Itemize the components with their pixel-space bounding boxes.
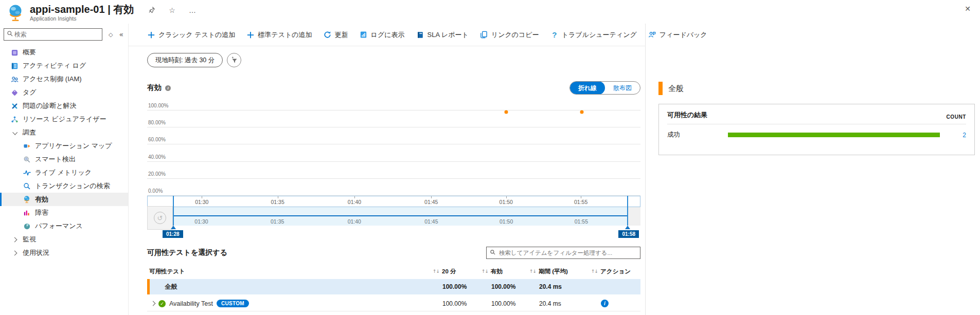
axis-tick-mark <box>506 196 507 198</box>
sidebar-search-box[interactable] <box>4 28 102 41</box>
favorite-star-icon[interactable]: ☆ <box>169 7 175 14</box>
sidebar-group-monitoring[interactable]: 監視 <box>0 233 128 246</box>
refresh-button[interactable]: 更新 <box>324 30 348 40</box>
column-header-duration[interactable]: ↑↓ 期間 (平均) <box>529 268 591 275</box>
sidebar-item-live-metrics[interactable]: ライブ メトリック <box>0 166 128 179</box>
smart-detection-icon <box>23 155 31 163</box>
toolbar-label: ログに表示 <box>371 30 405 40</box>
sla-report-button[interactable]: SLA レポート <box>416 30 469 40</box>
tests-filter-input[interactable] <box>498 249 640 256</box>
sidebar-item-label: 使用状況 <box>23 248 49 257</box>
time-range-pill[interactable]: 現地時刻: 過去 30 分 <box>147 53 223 67</box>
axis-tick-mark <box>202 196 202 198</box>
gridline <box>147 144 640 144</box>
sidebar: ◇ « 概要 アクティビティ ログ アクセス制御 (IAM) <box>0 24 129 315</box>
sidebar-item-smart-detection[interactable]: スマート検出 <box>0 153 128 166</box>
y-tick-label: 80.00% <box>148 120 166 125</box>
data-point-0155 <box>580 110 583 114</box>
range-end-marker[interactable] <box>625 226 630 229</box>
column-header-name[interactable]: 可用性テスト <box>147 268 433 275</box>
column-header-availability[interactable]: ↑↓ 有効 <box>482 268 529 275</box>
toggle-line-option[interactable]: 折れ線 <box>570 81 605 95</box>
sidebar-item-label: パフォーマンス <box>35 221 83 231</box>
collapse-sidebar-icon[interactable]: « <box>119 30 123 39</box>
sidebar-group-investigate[interactable]: 調査 <box>0 126 128 139</box>
count-column-header: COUNT <box>946 114 966 120</box>
chart-title: 有効 <box>147 83 162 92</box>
more-options-icon[interactable]: … <box>189 7 196 14</box>
sidebar-item-performance[interactable]: パフォーマンス <box>0 219 128 233</box>
range-end-handle[interactable] <box>627 196 628 226</box>
table-row-general[interactable]: 全般 100.00% 100.00% 20.4 ms <box>147 279 640 294</box>
row-name-cell: ✓ Availability Test CUSTOM <box>147 300 433 307</box>
app-window: appi-sample-01 | 有効 Application Insights… <box>0 0 980 315</box>
filter-row: 現地時刻: 過去 30 分 <box>147 53 640 67</box>
toolbar-label: リンクのコピー <box>491 30 539 40</box>
add-filter-button[interactable] <box>227 53 241 67</box>
sidebar-item-access-control[interactable]: アクセス制御 (IAM) <box>0 72 128 86</box>
sidebar-item-diagnose-solve[interactable]: 問題の診断と解決 <box>0 99 128 113</box>
sidebar-search-input[interactable] <box>13 30 102 39</box>
sidebar-item-resource-visualizer[interactable]: リソース ビジュアライザー <box>0 113 128 126</box>
tests-filter-box[interactable] <box>486 247 640 259</box>
availability-results-card: 可用性の結果 COUNT 成功 2 <box>658 104 975 155</box>
sidebar-item-label: リソース ビジュアライザー <box>23 115 106 124</box>
sidebar-item-tags[interactable]: タグ <box>0 86 128 99</box>
expand-chevron-icon[interactable] <box>151 301 156 306</box>
axis-tick-label: 01:35 <box>271 199 284 205</box>
reset-zoom-button[interactable]: ↺ <box>147 206 173 230</box>
column-header-20min[interactable]: ↑↓ 20 分 <box>433 268 482 275</box>
troubleshooting-button[interactable]: ? トラブルシューティング <box>550 30 637 40</box>
result-label: 成功 <box>667 131 728 139</box>
sidebar-item-activity-log[interactable]: アクティビティ ログ <box>0 59 128 72</box>
add-classic-test-button[interactable]: クラシック テストの追加 <box>147 30 235 40</box>
sidebar-group-usage[interactable]: 使用状況 <box>0 246 128 260</box>
info-icon[interactable]: i <box>601 300 609 307</box>
y-tick-label: 100.00% <box>148 103 168 108</box>
info-icon[interactable]: i <box>165 85 171 91</box>
tests-title: 可用性テストを選択する <box>147 248 227 257</box>
availability-tests-table: 可用性テスト ↑↓ 20 分 ↑↓ 有効 ↑↓ 期間 (平均) <box>147 264 640 311</box>
toolbar-label: SLA レポート <box>427 30 469 40</box>
diamond-icon[interactable]: ◇ <box>109 31 113 38</box>
main-content: クラシック テストの追加 標準テストの追加 更新 ログに表示 SLA レポート <box>129 24 646 315</box>
overview-icon <box>10 48 19 57</box>
row-duration-value: 20.4 ms <box>529 300 591 307</box>
row-availability-value: 100.00% <box>482 300 529 307</box>
chart-header: 有効 i 折れ線 散布図 <box>147 81 640 95</box>
sidebar-item-label: アクセス制御 (IAM) <box>23 75 82 84</box>
success-check-icon: ✓ <box>158 300 166 307</box>
range-start-marker[interactable] <box>171 226 176 229</box>
gridline <box>147 178 640 179</box>
row-action-cell: i <box>591 300 640 307</box>
pin-icon[interactable] <box>148 6 155 14</box>
orange-accent-bar <box>658 82 663 95</box>
sidebar-item-application-map[interactable]: アプリケーション マップ <box>0 139 128 153</box>
range-start-handle[interactable] <box>173 196 174 226</box>
sidebar-item-availability[interactable]: 有効 <box>0 193 128 206</box>
logs-icon <box>360 31 368 39</box>
copy-link-button[interactable]: リンクのコピー <box>480 30 539 40</box>
show-in-logs-button[interactable]: ログに表示 <box>360 30 405 40</box>
brush-tick-label: 01:50 <box>500 218 513 225</box>
sidebar-item-failures[interactable]: 障害 <box>0 206 128 219</box>
close-icon[interactable]: ✕ <box>965 5 971 13</box>
body-row: ◇ « 概要 アクティビティ ログ アクセス制御 (IAM) <box>0 24 980 315</box>
detail-panel-title: 全般 <box>668 84 684 94</box>
column-header-action[interactable]: ↑↓ アクション <box>591 268 640 275</box>
add-standard-test-button[interactable]: 標準テストの追加 <box>246 30 312 40</box>
toolbar-label: クラシック テストの追加 <box>158 30 235 40</box>
search-icon <box>490 248 496 257</box>
gridline <box>147 127 640 127</box>
sidebar-item-label: スマート検出 <box>35 155 76 164</box>
card-divider <box>667 124 966 124</box>
sidebar-item-transaction-search[interactable]: トランザクションの検索 <box>0 179 128 193</box>
sidebar-item-overview[interactable]: 概要 <box>0 46 128 59</box>
globe-icon <box>23 195 31 203</box>
success-count-value[interactable]: 2 <box>963 132 966 139</box>
toolbar-label: 標準テストの追加 <box>258 30 312 40</box>
toggle-scatter-option[interactable]: 散布図 <box>605 81 640 95</box>
table-row-availability-test[interactable]: ✓ Availability Test CUSTOM 100.00% 100.0… <box>147 296 640 311</box>
brush-tick-label: 01:40 <box>348 218 361 225</box>
brush-tick-labels: 01:30 01:35 01:40 01:45 01:50 01:55 <box>147 218 640 226</box>
